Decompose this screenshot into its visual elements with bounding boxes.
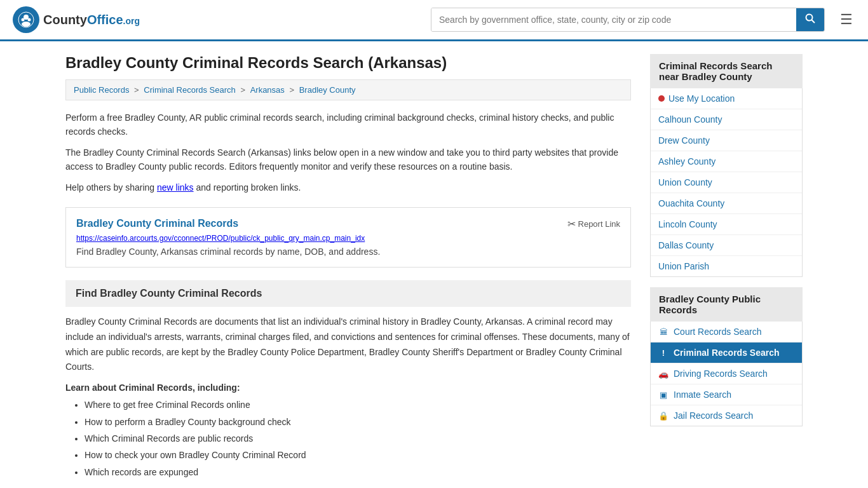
driving-records-link[interactable]: Driving Records Search: [674, 369, 768, 379]
bullet-item: How to perform a Bradley County backgrou…: [85, 415, 631, 429]
page-container: Bradley County Criminal Records Search (…: [53, 41, 815, 488]
county-ouachita: Ouachita County: [651, 193, 802, 214]
county-dallas-link[interactable]: Dallas County: [658, 240, 714, 250]
nearby-section: Criminal Records Search near Bradley Cou…: [650, 54, 803, 277]
county-ashley-link[interactable]: Ashley County: [658, 156, 715, 166]
record-card: Bradley County Criminal Records ✂ Report…: [65, 207, 631, 268]
record-header: Bradley County Criminal Records ✂ Report…: [76, 218, 620, 230]
county-lincoln: Lincoln County: [651, 214, 802, 235]
record-title-link[interactable]: Bradley County Criminal Records: [76, 218, 238, 229]
use-location[interactable]: Use My Location: [651, 88, 802, 109]
svg-point-3: [22, 18, 25, 22]
public-records-header: Bradley County Public Records: [650, 287, 803, 322]
menu-button[interactable]: ☰: [837, 9, 855, 30]
breadcrumb-public-records[interactable]: Public Records: [74, 85, 129, 95]
bullet-item: Where to get free Criminal Records onlin…: [85, 398, 631, 412]
svg-point-5: [806, 15, 813, 21]
county-union-link[interactable]: Union County: [658, 177, 712, 187]
inmate-icon: ▣: [658, 390, 668, 400]
new-links-link[interactable]: new links: [157, 182, 194, 193]
inmate-search-link[interactable]: Inmate Search: [674, 390, 731, 400]
search-button[interactable]: [796, 8, 824, 31]
location-dot-icon: [658, 95, 665, 102]
county-drew: Drew County: [651, 130, 802, 151]
svg-point-2: [22, 22, 31, 27]
intro-text-3: Help others by sharing new links and rep…: [65, 180, 631, 194]
breadcrumb-criminal-records-search[interactable]: Criminal Records Search: [144, 85, 236, 95]
report-link-button[interactable]: ✂ Report Link: [567, 218, 620, 230]
nearby-header: Criminal Records Search near Bradley Cou…: [650, 54, 803, 88]
svg-line-6: [812, 20, 815, 24]
svg-point-4: [28, 18, 31, 22]
court-records-link[interactable]: Court Records Search: [674, 327, 762, 337]
county-union-parish: Union Parish: [651, 256, 802, 276]
county-ouachita-link[interactable]: Ouachita County: [658, 198, 724, 208]
sidebar-inmate-search[interactable]: ▣ Inmate Search: [651, 384, 802, 405]
sidebar-driving-records[interactable]: 🚗 Driving Records Search: [651, 363, 802, 384]
nearby-county-list: Use My Location Calhoun County Drew Coun…: [650, 88, 803, 277]
search-input[interactable]: [431, 8, 796, 31]
logo-icon: [13, 6, 39, 33]
record-url: https://caseinfo.arcourts.gov/cconnect/P…: [76, 234, 620, 243]
jail-icon: 🔒: [658, 411, 668, 421]
breadcrumb-arkansas[interactable]: Arkansas: [250, 85, 285, 95]
site-header: CountyOffice.org ☰: [0, 0, 868, 41]
county-lincoln-link[interactable]: Lincoln County: [658, 219, 717, 229]
main-content: Bradley County Criminal Records Search (…: [65, 54, 631, 485]
breadcrumb-bradley-county[interactable]: Bradley County: [299, 85, 356, 95]
bullet-item: How to check your own Bradley County Cri…: [85, 448, 631, 462]
use-my-location-link[interactable]: Use My Location: [668, 93, 735, 104]
search-bar: [431, 8, 825, 32]
intro-text-1: Perform a free Bradley County, AR public…: [65, 111, 631, 139]
county-dallas: Dallas County: [651, 235, 802, 256]
svg-point-1: [24, 15, 29, 20]
criminal-icon: !: [658, 348, 668, 358]
find-section-header: Find Bradley County Criminal Records: [65, 280, 631, 307]
record-title: Bradley County Criminal Records: [76, 218, 238, 229]
bullet-item: Which Criminal Records are public record…: [85, 431, 631, 445]
county-union-parish-link[interactable]: Union Parish: [658, 261, 709, 271]
sidebar-jail-records[interactable]: 🔒 Jail Records Search: [651, 405, 802, 426]
bullet-list: Where to get free Criminal Records onlin…: [65, 398, 631, 479]
county-drew-link[interactable]: Drew County: [658, 135, 710, 146]
logo-text: CountyOffice.org: [43, 13, 140, 27]
breadcrumb-sep2: >: [240, 85, 247, 95]
county-calhoun-link[interactable]: Calhoun County: [658, 114, 722, 125]
breadcrumb-sep1: >: [134, 85, 141, 95]
county-calhoun: Calhoun County: [651, 109, 802, 130]
record-url-link[interactable]: https://caseinfo.arcourts.gov/cconnect/P…: [76, 234, 365, 243]
driving-icon: 🚗: [658, 369, 668, 379]
logo-link[interactable]: CountyOffice.org: [13, 6, 140, 33]
public-records-list: 🏛 Court Records Search ! Criminal Record…: [650, 322, 803, 426]
court-icon: 🏛: [658, 327, 668, 337]
record-desc: Find Bradley County, Arkansas criminal r…: [76, 247, 620, 257]
bullet-item: Which records are expunged: [85, 465, 631, 479]
county-ashley: Ashley County: [651, 151, 802, 172]
page-title: Bradley County Criminal Records Search (…: [65, 54, 631, 72]
breadcrumb-sep3: >: [289, 85, 296, 95]
intro-text-2: The Bradley County Criminal Records Sear…: [65, 146, 631, 174]
report-icon: ✂: [567, 218, 576, 230]
sidebar-criminal-records[interactable]: ! Criminal Records Search: [651, 342, 802, 363]
learn-heading: Learn about Criminal Records, including:: [65, 383, 631, 393]
criminal-records-link[interactable]: Criminal Records Search: [674, 348, 780, 358]
body-text: Bradley County Criminal Records are docu…: [65, 315, 631, 375]
breadcrumb: Public Records > Criminal Records Search…: [65, 79, 631, 100]
sidebar-court-records[interactable]: 🏛 Court Records Search: [651, 322, 802, 342]
jail-records-link[interactable]: Jail Records Search: [674, 410, 753, 421]
public-records-section: Bradley County Public Records 🏛 Court Re…: [650, 287, 803, 426]
sidebar: Criminal Records Search near Bradley Cou…: [650, 54, 803, 485]
county-union: Union County: [651, 172, 802, 193]
